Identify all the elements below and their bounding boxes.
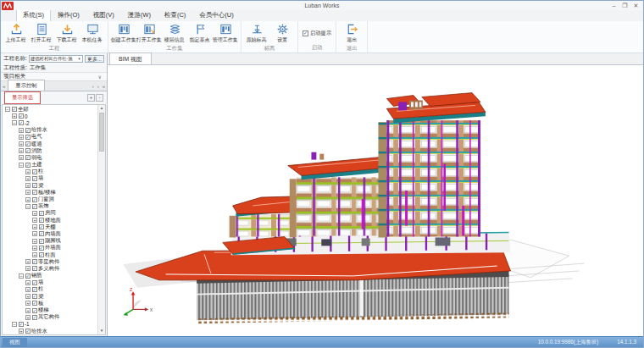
menu-tab-3[interactable]: 漫游(W) [121, 8, 158, 21]
tree-checkbox[interactable]: ✓ [32, 197, 37, 202]
tree-expander-icon[interactable]: − [12, 322, 17, 327]
tree-expander-icon[interactable]: + [25, 176, 31, 181]
tree-expander-icon[interactable]: − [25, 204, 31, 209]
tree-item[interactable]: −✓-2 [3, 119, 97, 126]
tree-item[interactable]: +✓消防 [3, 147, 97, 154]
tree-checkbox[interactable]: ✓ [32, 190, 37, 195]
tree-item[interactable]: +✓多义构件 [3, 265, 97, 272]
manage-workset-button[interactable]: 管理工作集 [213, 22, 238, 44]
tree-checkbox[interactable]: ✓ [25, 135, 31, 140]
tree-checkbox[interactable]: ✓ [32, 301, 37, 306]
tabs-scroll-left-icon[interactable]: « [1, 84, 7, 91]
tree-item[interactable]: +✓板 [3, 300, 97, 307]
tree-expander-icon[interactable]: + [25, 287, 31, 292]
tree-item[interactable]: −✓土建 [3, 162, 97, 168]
tree-checkbox[interactable]: ✓ [25, 128, 31, 133]
tree-checkbox[interactable]: ✓ [39, 246, 44, 251]
tree-expander-icon[interactable]: + [19, 148, 24, 153]
startup-tip-toggle[interactable]: ✓ 启动提示 [301, 30, 333, 37]
tree-expander-icon[interactable]: + [32, 239, 37, 244]
tree-checkbox[interactable]: ✓ [32, 308, 37, 313]
scrollbar-thumb[interactable] [99, 113, 104, 152]
menu-tab-1[interactable]: 操作(O) [51, 8, 86, 21]
tree-expander-icon[interactable]: + [32, 224, 37, 229]
tabs-scroll-right-icon[interactable]: » [101, 84, 107, 91]
tree-checkbox[interactable]: ✓ [32, 176, 37, 181]
bim-3d-model[interactable]: Z X [108, 65, 643, 336]
tree-expander-icon[interactable]: − [19, 163, 24, 168]
tree-checkbox[interactable]: ✓ [19, 322, 24, 327]
tree-expander-icon[interactable]: + [19, 128, 24, 133]
tree-item[interactable]: +✓墙 [3, 279, 97, 286]
tree-checkbox[interactable]: ✓ [25, 273, 31, 279]
tree-item[interactable]: +✓墙 [3, 175, 97, 182]
tree-checkbox[interactable]: ✓ [25, 141, 31, 146]
tree-expander-icon[interactable]: + [32, 246, 37, 251]
tree-expander-icon[interactable]: + [32, 231, 37, 236]
tree-expander-icon[interactable]: + [19, 329, 24, 334]
tree-expander-icon[interactable]: + [25, 308, 31, 313]
tree-scrollbar[interactable]: ▲ ▼ [97, 105, 105, 334]
tree-checkbox[interactable]: ✓ [32, 183, 37, 188]
maximize-button[interactable]: ❐ [620, 2, 630, 9]
tree-item[interactable]: +✓柱 [3, 168, 97, 175]
more-button[interactable]: 更多... [85, 55, 104, 63]
close-button[interactable]: ✕ [631, 2, 641, 9]
tree-expander-icon[interactable]: + [25, 301, 31, 306]
tree-expander-icon[interactable]: + [25, 266, 31, 271]
tree-item[interactable]: −✓全部 [3, 106, 97, 113]
original-elevation-button[interactable]: 原始标高 [244, 22, 269, 44]
tree-checkbox[interactable]: ✓ [32, 169, 37, 174]
tree-expander-icon[interactable]: + [32, 218, 37, 223]
tree-expander-icon[interactable]: + [25, 259, 31, 264]
tree-checkbox[interactable]: ✓ [39, 211, 44, 216]
local-tasks-button[interactable]: 本机任务 [80, 22, 105, 44]
tree-checkbox[interactable]: ✓ [25, 155, 31, 160]
tab-bim-view[interactable]: BIM 视图 [109, 52, 152, 64]
expand-all-button[interactable]: + [87, 94, 95, 102]
tree-checkbox[interactable]: ✓ [32, 294, 37, 299]
minimize-button[interactable]: – [609, 2, 619, 9]
base-point-button[interactable]: 指定基点 [187, 22, 213, 44]
tree-item[interactable]: +✓暖通 [3, 141, 97, 147]
tree-checkbox[interactable]: ✓ [39, 224, 44, 229]
settings-button[interactable]: 设置 [269, 22, 295, 44]
tree-checkbox[interactable]: ✓ [39, 239, 44, 244]
tree-expander-icon[interactable]: + [19, 141, 24, 146]
tree-expander-icon[interactable]: + [25, 169, 31, 174]
tree-checkbox[interactable]: ✓ [32, 315, 37, 320]
tree-checkbox[interactable]: ✓ [25, 329, 31, 334]
tree-item[interactable]: +✓给排水 [3, 127, 97, 134]
tree-item[interactable]: +✓其它构件 [3, 314, 97, 321]
tree-expander-icon[interactable]: + [32, 211, 37, 216]
tree-checkbox[interactable]: ✓ [32, 204, 37, 209]
menu-tab-4[interactable]: 检查(C) [158, 8, 192, 21]
tree-item[interactable]: +✓门窗洞 [3, 196, 97, 202]
open-workset-button[interactable]: 打开工作集 [136, 22, 162, 44]
tree-checkbox[interactable]: ✓ [25, 163, 31, 168]
tree-item[interactable]: +✓给排水 [3, 328, 97, 334]
tree-checkbox[interactable]: ✓ [19, 113, 24, 119]
menu-tab-2[interactable]: 视图(V) [86, 8, 121, 21]
tree-checkbox[interactable]: ✓ [19, 120, 24, 125]
tree-expander-icon[interactable]: + [19, 155, 24, 160]
tree-expander-icon[interactable]: + [25, 197, 31, 202]
tree-expander-icon[interactable]: + [25, 280, 31, 285]
collapse-all-button[interactable]: - [96, 94, 103, 102]
tree-expander-icon[interactable]: + [32, 252, 37, 257]
tree-checkbox[interactable]: ✓ [39, 218, 44, 223]
tree-item[interactable]: −✓-1 [3, 321, 97, 328]
menu-tab-5[interactable]: 会员中心(U) [192, 8, 240, 21]
tree-checkbox[interactable]: ✓ [32, 280, 37, 285]
exit-button[interactable]: 退出 [339, 22, 364, 44]
open-project-button[interactable]: 打开工程 [29, 22, 54, 44]
tree-checkbox[interactable]: ✓ [25, 148, 31, 153]
project-name-select[interactable]: 建德村村民合作社-施工模型 ▾ [29, 55, 83, 63]
upload-project-button[interactable]: 上传工程 [3, 22, 29, 44]
tree-item[interactable]: +✓柱 [3, 286, 97, 293]
tree-item[interactable]: +✓0 [3, 113, 97, 119]
tree-expander-icon[interactable]: + [25, 190, 31, 195]
scroll-down-icon[interactable]: ▼ [100, 328, 103, 334]
tree-expander-icon[interactable]: − [5, 107, 10, 112]
tree-checkbox[interactable]: ✓ [39, 231, 44, 236]
